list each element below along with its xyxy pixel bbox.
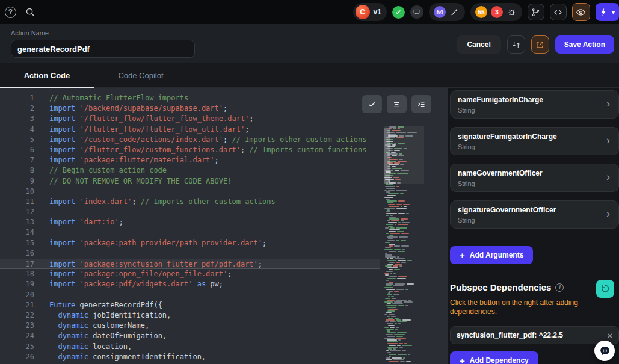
indent-code-button[interactable]: [411, 95, 431, 113]
line-number: 14: [0, 227, 34, 238]
minimap[interactable]: [384, 126, 424, 364]
code-line[interactable]: 7import 'package:flutter/material.dart';: [0, 155, 380, 165]
comments-icon[interactable]: [410, 5, 423, 19]
save-action-button[interactable]: Save Action: [555, 35, 614, 54]
code-line[interactable]: 18import 'package:open_file/open_file.da…: [0, 269, 380, 279]
code-line[interactable]: 15import 'package:path_provider/path_pro…: [0, 238, 380, 248]
minimap-viewport[interactable]: [384, 126, 424, 184]
status-check-icon[interactable]: [392, 6, 405, 19]
code-diff-button[interactable]: [507, 35, 525, 54]
close-icon[interactable]: ×: [607, 331, 612, 340]
minimap-row: [384, 256, 424, 258]
code-line[interactable]: 23 dynamic customerName,: [0, 321, 380, 331]
code-line[interactable]: 1// Automatic FlutterFlow imports: [0, 93, 380, 103]
argument-card[interactable]: signatureGovernmentOfficerString›: [450, 200, 619, 229]
code-line[interactable]: 24 dynamic dateOfFumigation,: [0, 331, 380, 341]
minimap-row: [384, 307, 424, 308]
project-avatar: C: [356, 5, 370, 19]
refresh-dependencies-button[interactable]: [596, 280, 614, 298]
code-text: [34, 290, 49, 300]
code-line[interactable]: 19import 'package:pdf/widgets.dart' as p…: [0, 279, 380, 289]
code-text: import '/flutter_flow/flutter_flow_util.…: [34, 125, 249, 135]
widget-tree-button[interactable]: [528, 4, 544, 20]
code-text: dynamic jobIdentification,: [34, 310, 171, 321]
code-line[interactable]: 12: [0, 207, 380, 217]
chevron-right-icon: ›: [606, 208, 610, 219]
action-name-input[interactable]: [11, 40, 195, 58]
code-view-button[interactable]: [550, 4, 567, 20]
argument-card[interactable]: nameFumigatorInChargeString›: [450, 90, 619, 119]
minimap-row: [384, 262, 424, 263]
minimap-row: [384, 278, 424, 279]
code-line[interactable]: 9// DO NOT REMOVE OR MODIFY THE CODE ABO…: [0, 176, 380, 187]
code-line[interactable]: 17import 'package:syncfusion_flutter_pdf…: [0, 259, 380, 269]
copilot-badge-pill[interactable]: 54: [429, 3, 465, 21]
tab-code-copilot[interactable]: Code Copilot: [94, 63, 188, 87]
open-in-new-button[interactable]: [531, 35, 549, 54]
code-editor[interactable]: 1// Automatic FlutterFlow imports2import…: [0, 88, 448, 364]
minimap-row: [384, 197, 424, 198]
argument-name: nameGovernmentOfficer: [458, 169, 611, 177]
code-line[interactable]: 2import '/backend/supabase/supabase.dart…: [0, 103, 380, 114]
minimap-row: [384, 291, 424, 292]
format-code-button[interactable]: [387, 95, 407, 113]
minimap-row: [384, 283, 424, 285]
minimap-row: [384, 236, 424, 238]
argument-type: String: [458, 106, 611, 114]
add-dependency-button[interactable]: + Add Dependency: [450, 351, 538, 364]
add-arguments-button[interactable]: + Add Arguments: [450, 246, 533, 264]
line-number: 24: [0, 331, 34, 341]
run-test-button[interactable]: ▾: [596, 3, 619, 21]
minimap-row: [384, 238, 424, 239]
code-line[interactable]: 10: [0, 187, 380, 197]
preview-eye-button[interactable]: [572, 3, 590, 21]
code-line[interactable]: 11import 'index.dart'; // Imports other …: [0, 197, 380, 207]
minimap-row: [384, 267, 424, 268]
code-line[interactable]: 8// Begin custom action code: [0, 165, 380, 176]
info-icon[interactable]: i: [555, 283, 564, 292]
chevron-right-icon: ›: [606, 171, 610, 182]
minimap-row: [384, 305, 424, 306]
minimap-row: [384, 336, 424, 337]
minimap-row: [384, 356, 424, 357]
chevron-down-icon: ▾: [610, 9, 617, 16]
code-line[interactable]: 3import '/flutter_flow/flutter_flow_them…: [0, 114, 380, 124]
minimap-scroll-thumb[interactable]: [384, 128, 390, 184]
help-icon[interactable]: ?: [5, 7, 16, 18]
issues-badge-pill[interactable]: 55 3: [470, 3, 522, 21]
editor-tabs: Action Code Code Copilot: [0, 63, 619, 88]
code-text: import 'package:open_file/open_file.dart…: [34, 269, 232, 279]
minimap-row: [384, 310, 424, 312]
minimap-row: [384, 347, 424, 348]
code-text: // DO NOT REMOVE OR MODIFY THE CODE ABOV…: [34, 176, 232, 187]
argument-card[interactable]: signatureFumigatorInChargeString›: [450, 127, 619, 155]
minimap-row: [384, 329, 424, 330]
tab-action-code[interactable]: Action Code: [0, 63, 94, 87]
project-version-pill[interactable]: C v1: [353, 3, 387, 21]
cancel-button[interactable]: Cancel: [457, 35, 500, 54]
code-line[interactable]: 20: [0, 290, 380, 300]
minimap-row: [384, 323, 424, 324]
code-line[interactable]: 6import '/flutter_flow/custom_functions.…: [0, 145, 380, 155]
code-line[interactable]: 16: [0, 248, 380, 259]
code-line[interactable]: 21Future generateRecordPdf({: [0, 300, 380, 310]
dependency-row[interactable]: syncfusion_flutter_pdf: ^22.2.5 ×: [450, 326, 619, 344]
support-chat-button[interactable]: [594, 341, 615, 361]
plus-icon: +: [460, 251, 465, 260]
code-line[interactable]: 25 dynamic location,: [0, 342, 380, 352]
code-line[interactable]: 14: [0, 227, 380, 238]
minimap-row: [384, 296, 424, 297]
code-line[interactable]: 4import '/flutter_flow/flutter_flow_util…: [0, 125, 380, 135]
code-line[interactable]: 13import 'dart:io';: [0, 217, 380, 227]
code-line[interactable]: 22 dynamic jobIdentification,: [0, 310, 380, 321]
chevron-right-icon: ›: [606, 98, 610, 109]
validate-code-button[interactable]: [362, 95, 382, 113]
code-line[interactable]: 5import '/custom_code/actions/index.dart…: [0, 135, 380, 145]
code-text: Future generateRecordPdf({: [34, 300, 162, 310]
argument-card[interactable]: nameGovernmentOfficerString›: [450, 164, 619, 192]
code-line[interactable]: 26 dynamic consignmentIdentification,: [0, 352, 380, 362]
line-number: 11: [0, 197, 34, 207]
minimap-row: [384, 343, 424, 344]
code-text: import 'package:pdf/widgets.dart' as pw;: [34, 279, 223, 289]
search-icon[interactable]: [25, 7, 35, 17]
